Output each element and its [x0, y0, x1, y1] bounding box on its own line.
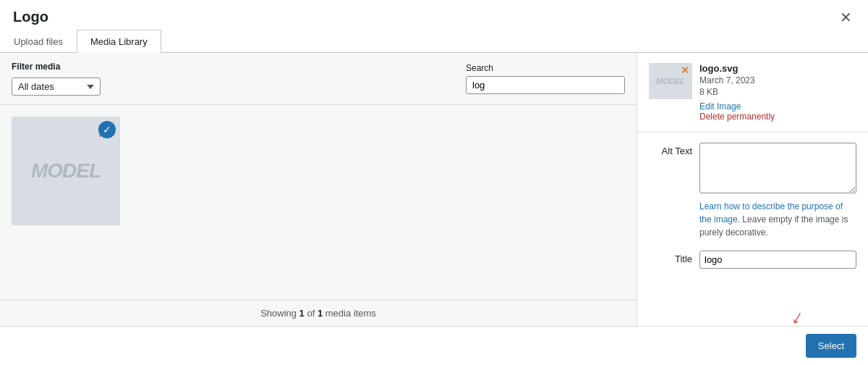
sidebar-thumb-text: MODEL: [656, 77, 685, 85]
title-row: Title: [649, 251, 856, 269]
delete-permanently-link[interactable]: Delete permanently: [699, 112, 856, 122]
media-sidebar: MODEL ✕ logo.svg March 7, 2023 8 KB Edit…: [637, 53, 868, 326]
modal-footer: ↓ Select: [0, 326, 868, 365]
sidebar-file-meta: logo.svg March 7, 2023 8 KB Edit Image D…: [699, 63, 856, 122]
filter-section: Filter media All dates January 2023 Febr…: [12, 62, 101, 96]
edit-image-link[interactable]: Edit Image: [699, 101, 856, 112]
thumbnail-text: MODEL: [31, 159, 101, 182]
search-label: Search: [466, 63, 625, 73]
close-button[interactable]: ✕: [837, 10, 855, 25]
filter-select[interactable]: All dates January 2023 February 2023 Mar…: [12, 77, 101, 96]
alt-text-hint: Learn how to describe the purpose of the…: [699, 200, 856, 239]
tabs-bar: Upload files Media Library: [0, 30, 868, 53]
media-statusbar: Showing 1 of 1 media items: [0, 300, 637, 326]
modal-title: Logo: [13, 9, 48, 25]
title-input[interactable]: [699, 251, 856, 269]
modal-titlebar: Logo ✕: [0, 0, 868, 25]
modal-body: Filter media All dates January 2023 Febr…: [0, 53, 868, 326]
alt-text-input[interactable]: [699, 143, 856, 193]
sidebar-thumb-x: ✕: [681, 64, 689, 76]
media-item[interactable]: MODEL ✕ ✓: [12, 117, 120, 225]
search-input[interactable]: [466, 76, 625, 94]
sidebar-date: March 7, 2023: [699, 75, 856, 85]
modal-overlay: Logo ✕ Upload files Media Library Filter…: [0, 0, 868, 365]
media-content-area: Filter media All dates January 2023 Febr…: [0, 53, 637, 326]
sidebar-thumbnail: MODEL ✕: [649, 63, 692, 99]
search-section: Search: [466, 63, 625, 94]
alt-text-row: Alt Text Learn how to describe the purpo…: [649, 143, 856, 239]
media-toolbar: Filter media All dates January 2023 Febr…: [0, 53, 637, 105]
media-library-modal: Logo ✕ Upload files Media Library Filter…: [0, 0, 868, 365]
tab-media-library[interactable]: Media Library: [77, 30, 161, 53]
title-input-wrap: [699, 251, 856, 269]
filter-label: Filter media: [12, 62, 101, 72]
title-label: Title: [649, 251, 692, 264]
sidebar-filename: logo.svg: [699, 63, 856, 74]
media-grid: MODEL ✕ ✓: [0, 105, 637, 300]
alt-text-label: Alt Text: [649, 143, 692, 156]
sidebar-size: 8 KB: [699, 87, 856, 97]
select-button[interactable]: Select: [806, 334, 856, 358]
sidebar-file-info: MODEL ✕ logo.svg March 7, 2023 8 KB Edit…: [637, 53, 868, 133]
selected-check-badge: ✓: [98, 121, 116, 138]
sidebar-fields: Alt Text Learn how to describe the purpo…: [637, 133, 868, 326]
tab-upload-files[interactable]: Upload files: [0, 30, 77, 53]
status-text: Showing 1 of 1 media items: [260, 308, 376, 319]
alt-text-input-wrap: Learn how to describe the purpose of the…: [699, 143, 856, 239]
